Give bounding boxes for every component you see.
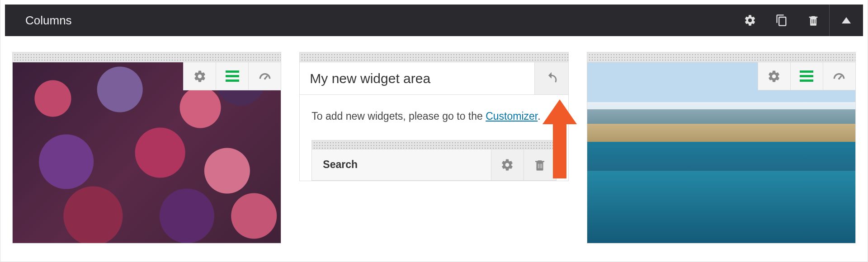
copy-icon xyxy=(775,14,788,27)
gear-icon xyxy=(500,158,514,172)
widget-hint-text: To add new widgets, please go to the Cus… xyxy=(311,108,556,125)
search-widget-settings-button[interactable] xyxy=(491,150,524,180)
columns-container: My new widget area To add new widgets, p… xyxy=(5,36,863,243)
columns-panel-header: Columns xyxy=(5,5,863,36)
search-widget-label: Search xyxy=(312,150,491,180)
widget-menu-button[interactable] xyxy=(216,62,248,90)
drag-handle[interactable] xyxy=(312,140,556,150)
column-1 xyxy=(12,52,281,243)
customizer-link[interactable]: Customizer xyxy=(486,110,538,122)
undo-button[interactable] xyxy=(534,62,568,94)
duplicate-button[interactable] xyxy=(766,5,797,36)
gear-icon xyxy=(193,70,207,83)
hamburger-icon xyxy=(226,70,239,82)
widget-settings-button[interactable] xyxy=(183,62,216,90)
trash-icon xyxy=(807,14,820,27)
column-2: My new widget area To add new widgets, p… xyxy=(299,52,568,243)
drag-handle[interactable] xyxy=(587,52,856,62)
drag-handle[interactable] xyxy=(299,52,568,62)
gear-icon xyxy=(744,14,756,27)
trash-icon xyxy=(533,158,547,172)
image-toolbar xyxy=(758,62,855,90)
settings-button[interactable] xyxy=(734,5,766,36)
image-widget-2 xyxy=(587,62,856,243)
drag-handle[interactable] xyxy=(12,52,281,62)
search-widget-body: Search xyxy=(312,150,556,180)
hint-suffix: . xyxy=(538,110,540,122)
column-3 xyxy=(587,52,856,243)
widget-area-content: To add new widgets, please go to the Cus… xyxy=(300,95,568,181)
triangle-up-icon xyxy=(842,17,851,23)
hint-prefix: To add new widgets, please go to the xyxy=(311,110,486,122)
widget-settings-button[interactable] xyxy=(758,62,790,90)
search-widget-delete-button[interactable] xyxy=(524,150,556,180)
gear-icon xyxy=(767,70,781,83)
svg-line-3 xyxy=(839,75,841,79)
gauge-icon xyxy=(832,69,846,84)
undo-icon xyxy=(544,71,559,86)
hamburger-icon xyxy=(800,70,813,82)
widget-gauge-button[interactable] xyxy=(823,62,855,90)
search-widget: Search xyxy=(311,140,556,181)
widget-area-panel: My new widget area To add new widgets, p… xyxy=(299,62,568,181)
gauge-icon xyxy=(258,69,272,84)
widget-gauge-button[interactable] xyxy=(248,62,281,90)
image-toolbar xyxy=(183,62,281,90)
collapse-button[interactable] xyxy=(829,5,863,36)
panel-title: Columns xyxy=(25,14,72,28)
widget-area-header: My new widget area xyxy=(300,62,568,95)
delete-button[interactable] xyxy=(797,5,829,36)
widget-menu-button[interactable] xyxy=(790,62,823,90)
image-widget-1 xyxy=(12,62,281,243)
panel-actions xyxy=(734,5,863,36)
widget-area-title: My new widget area xyxy=(300,62,534,94)
svg-line-1 xyxy=(265,75,267,79)
